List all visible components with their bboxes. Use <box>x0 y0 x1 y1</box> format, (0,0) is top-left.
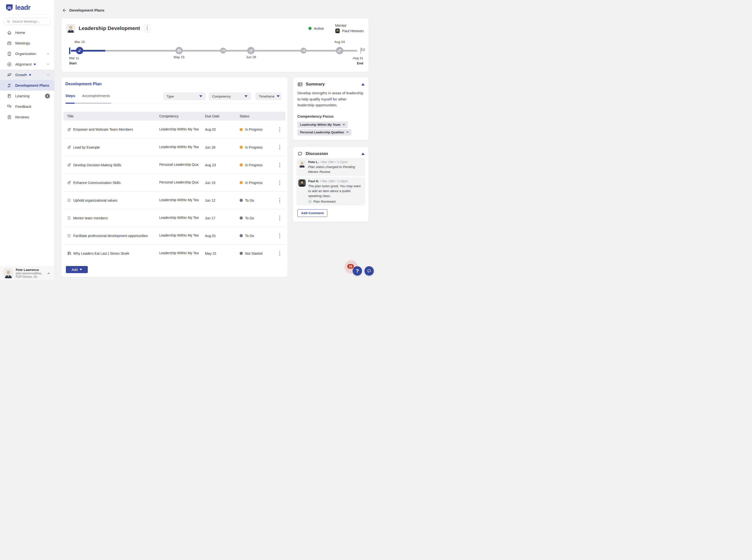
sidebar-item-label: Reviews <box>15 115 29 119</box>
plan-summary-card: Leadership Development Active Mentor Pau… <box>61 18 369 72</box>
row-menu-button[interactable] <box>277 232 283 239</box>
target-icon <box>67 181 71 185</box>
sidebar-item-alignment[interactable]: Alignment <box>0 59 54 69</box>
steps-table: Title Competency Due Date Status Empower… <box>63 112 286 262</box>
step-title: Enhance Communication Skills <box>73 181 121 185</box>
milestone-date: Jun 29 <box>246 55 256 59</box>
development-plans-icon <box>7 83 12 88</box>
brand-logo[interactable]: leadr <box>0 0 54 14</box>
mentor-name: Paul Hewson <box>342 29 364 33</box>
caret-down-icon <box>277 95 279 97</box>
step-due-date: Jun 12 <box>205 198 239 202</box>
step-title: Empower and Motivate Team Members <box>73 127 133 132</box>
sidebar: leadr HomeMeetingsOrganizationAlignmentG… <box>0 0 55 280</box>
comment: Pete L. • Mar 19th • 2:22pmPlan status c… <box>296 158 365 176</box>
unread-dot <box>29 74 31 76</box>
sidebar-item-feedback[interactable]: Feedback <box>0 101 54 112</box>
milestone-aug-24[interactable] <box>336 47 343 54</box>
add-comment-button[interactable]: Add Comment <box>297 209 327 217</box>
pill-label: Personal Leadership Qualities <box>300 131 344 134</box>
competency-filter[interactable]: Competency <box>209 92 251 100</box>
milestone-may-15[interactable] <box>175 47 183 54</box>
summary-title: Summary <box>306 82 325 87</box>
row-menu-button[interactable] <box>277 215 283 222</box>
step-due-date: Aug 02 <box>205 127 239 132</box>
page-header: Development Plans <box>62 8 104 13</box>
step-title-cell: Empower and Motivate Team Members <box>67 127 159 132</box>
step-competency: Leadership Within My Team <box>159 145 205 149</box>
user-menu[interactable]: Pete Lawrence pete.lawrence@lea... PDP D… <box>0 266 54 280</box>
status-dot <box>239 199 243 202</box>
sidebar-item-label: Home <box>15 31 25 35</box>
unread-dot <box>34 63 36 65</box>
sidebar-item-home[interactable]: Home <box>0 27 54 38</box>
step-status: In Progress <box>239 181 277 185</box>
tab-steps[interactable]: Steps <box>65 94 75 98</box>
row-menu-button[interactable] <box>277 162 283 168</box>
feedback-icon <box>7 104 12 109</box>
step-title-cell: Why Leaders Eat Last | Simon Sinek <box>67 251 159 256</box>
step-title-cell: Lead by Example <box>67 145 159 149</box>
help-button[interactable]: ? <box>353 266 362 276</box>
growth-icon <box>7 73 12 77</box>
step-title: Develop Decision-Making Skills <box>73 163 121 167</box>
step-due-date: Jun 17 <box>205 216 239 220</box>
sidebar-item-development-plans[interactable]: Development Plans <box>0 80 54 91</box>
collapse-summary-button[interactable] <box>361 83 365 85</box>
step-status: Not Started <box>239 252 277 256</box>
breadcrumb[interactable]: Development Plans <box>69 8 104 13</box>
timeframe-filter[interactable]: Timeframe <box>255 92 282 100</box>
sidebar-item-label: Meetings <box>15 41 30 45</box>
type-filter[interactable]: Type <box>163 92 206 100</box>
step-title-cell: Uphold organizational values <box>67 198 159 202</box>
book-icon <box>177 48 181 53</box>
add-step-button[interactable]: Add <box>66 266 88 273</box>
milestone-3[interactable]: +3 <box>220 48 226 54</box>
caret-down-icon <box>346 132 349 133</box>
comment-text: Plan status changed to Pending Mentor Re… <box>308 164 363 174</box>
caret-down-icon <box>199 95 202 97</box>
sidebar-item-reviews[interactable]: Reviews <box>0 112 54 122</box>
status-label: In Progress <box>245 163 263 167</box>
milestone-mar-15[interactable] <box>76 47 83 54</box>
plan-menu-button[interactable] <box>144 24 150 32</box>
step-title: Facilitate professional development oppo… <box>73 234 148 238</box>
target-icon <box>249 48 253 53</box>
party-icon <box>78 48 82 53</box>
row-menu-button[interactable] <box>277 250 283 257</box>
table-row: Facilitate professional development oppo… <box>63 227 286 244</box>
alignment-icon <box>7 62 12 67</box>
status-dot <box>239 216 243 220</box>
competency-focus-label: Compentency Focus <box>297 114 334 118</box>
row-menu-button[interactable] <box>277 197 283 204</box>
comment-author: Pete L. <box>308 160 319 164</box>
step-title-cell: Develop Decision-Making Skills <box>67 163 159 167</box>
meetings-icon <box>7 41 12 46</box>
collapse-discussion-button[interactable] <box>361 153 365 155</box>
sidebar-item-meetings[interactable]: Meetings <box>0 38 54 48</box>
discussion-panel: Discussion Pete L. • Mar 19th • 2:22pmPl… <box>293 147 369 222</box>
sidebar-item-growth[interactable]: Growth <box>0 69 54 80</box>
summary-panel: Summary Develop strengths in areas of le… <box>293 77 369 140</box>
row-menu-button[interactable] <box>277 126 283 133</box>
sidebar-item-organization[interactable]: Organization <box>0 48 54 59</box>
mentor-avatar <box>335 28 340 33</box>
competency-pill-leadership-within-my-team[interactable]: Leadership Within My Team <box>297 122 348 128</box>
step-title: Mentor team members <box>73 216 108 220</box>
comment: Paul H. • Mar 19th • 2:28pmThe plan look… <box>296 177 365 205</box>
back-button[interactable] <box>62 8 67 13</box>
milestone-jun-29[interactable] <box>247 47 255 54</box>
filter-label: Competency <box>212 95 231 98</box>
chat-button[interactable] <box>364 266 374 276</box>
row-menu-button[interactable] <box>277 179 283 186</box>
sidebar-item-label: Development Plans <box>15 83 49 87</box>
status-dot <box>239 234 243 237</box>
row-menu-button[interactable] <box>277 144 283 151</box>
milestone-2[interactable]: +2 <box>301 48 306 54</box>
sidebar-item-learning[interactable]: Learning2 <box>0 91 54 101</box>
tab-accomplishments[interactable]: Accomplishments <box>82 94 110 98</box>
search-input[interactable] <box>12 20 49 23</box>
competency-pill-personal-leadership-qualities[interactable]: Personal Leadership Qualities <box>297 129 351 136</box>
status-dot <box>239 128 243 131</box>
status-badge: Active <box>314 26 324 31</box>
